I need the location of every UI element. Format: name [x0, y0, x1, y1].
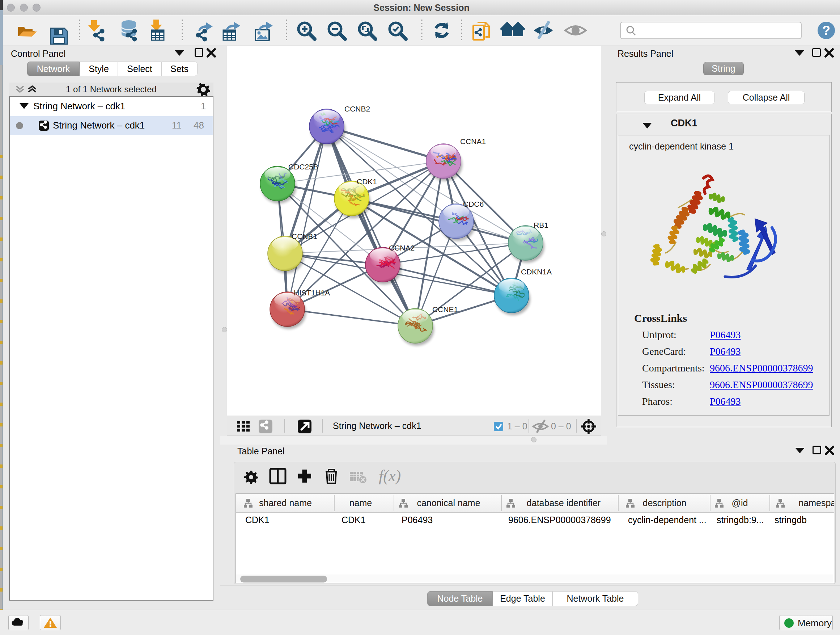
- svg-text:CCNB1: CCNB1: [292, 232, 317, 241]
- svg-text:stringdb:9...: stringdb:9...: [717, 515, 764, 525]
- svg-text:RB1: RB1: [534, 221, 548, 229]
- svg-text:stringdb: stringdb: [775, 515, 807, 525]
- svg-text:f(x): f(x): [379, 467, 401, 485]
- svg-text:String Network – cdk1: String Network – cdk1: [333, 421, 422, 431]
- svg-text:9606.ENSP00000378699: 9606.ENSP00000378699: [508, 515, 611, 525]
- svg-text:CCNE1: CCNE1: [432, 305, 458, 314]
- svg-text:CCNA1: CCNA1: [460, 137, 486, 146]
- svg-text:CDK1: CDK1: [341, 515, 366, 525]
- svg-text:CCNB2: CCNB2: [344, 105, 370, 113]
- svg-text:CDKN1A: CDKN1A: [521, 268, 552, 276]
- svg-text:CDC25B: CDC25B: [288, 163, 318, 171]
- svg-text:canonical name: canonical name: [417, 498, 480, 508]
- svg-text:name: name: [349, 498, 372, 508]
- svg-text:namespace: namespace: [798, 498, 834, 508]
- svg-text:CCNA2: CCNA2: [389, 244, 415, 252]
- svg-text:?: ?: [822, 23, 830, 38]
- svg-text:CDC6: CDC6: [463, 200, 484, 208]
- svg-text:P06493: P06493: [401, 515, 433, 525]
- svg-text:@id: @id: [732, 498, 748, 508]
- svg-text:CDK1: CDK1: [357, 177, 377, 186]
- svg-text:CDK1: CDK1: [245, 515, 270, 525]
- svg-text:0 – 0: 0 – 0: [551, 421, 571, 431]
- svg-text:description: description: [643, 498, 687, 508]
- svg-text:database identifier: database identifier: [527, 498, 600, 508]
- svg-text:HIST1H1A: HIST1H1A: [294, 288, 330, 297]
- svg-text:shared name: shared name: [259, 498, 312, 508]
- svg-text:cyclin-dependent ...: cyclin-dependent ...: [628, 515, 706, 525]
- svg-text:1 – 0: 1 – 0: [507, 421, 527, 431]
